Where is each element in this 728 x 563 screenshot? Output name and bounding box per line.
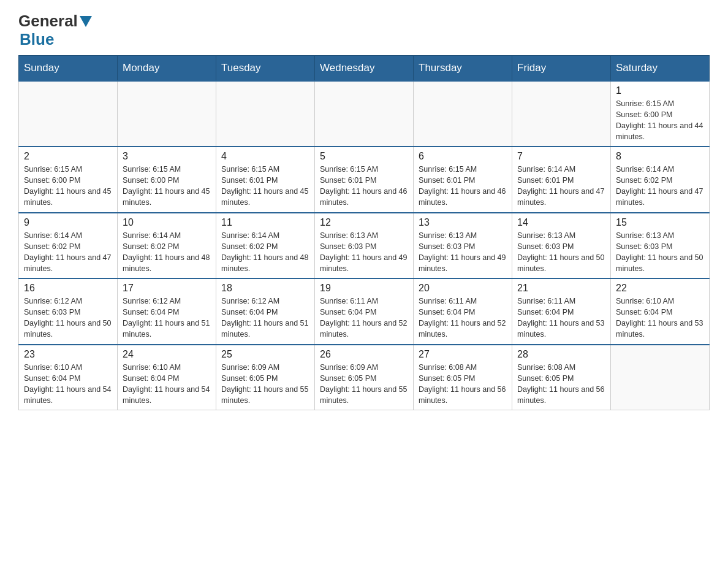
calendar-cell: 20Sunrise: 6:11 AM Sunset: 6:04 PM Dayli… <box>414 278 512 345</box>
day-number: 28 <box>517 349 605 360</box>
header-day-thursday: Thursday <box>414 55 512 81</box>
calendar-cell: 22Sunrise: 6:10 AM Sunset: 6:04 PM Dayli… <box>611 278 710 345</box>
day-number: 10 <box>123 217 211 228</box>
day-number: 16 <box>24 283 112 294</box>
calendar-cell <box>118 81 216 147</box>
day-info: Sunrise: 6:11 AM Sunset: 6:04 PM Dayligh… <box>320 296 408 340</box>
day-number: 13 <box>419 217 507 228</box>
calendar-cell: 14Sunrise: 6:13 AM Sunset: 6:03 PM Dayli… <box>512 213 611 279</box>
calendar-cell: 24Sunrise: 6:10 AM Sunset: 6:04 PM Dayli… <box>118 345 216 410</box>
calendar-cell: 13Sunrise: 6:13 AM Sunset: 6:03 PM Dayli… <box>414 213 512 279</box>
day-number: 8 <box>616 151 704 162</box>
calendar-cell <box>414 81 512 147</box>
day-number: 27 <box>419 349 507 360</box>
day-info: Sunrise: 6:15 AM Sunset: 6:00 PM Dayligh… <box>616 98 704 143</box>
day-info: Sunrise: 6:14 AM Sunset: 6:02 PM Dayligh… <box>123 230 211 275</box>
day-info: Sunrise: 6:12 AM Sunset: 6:03 PM Dayligh… <box>24 296 112 340</box>
page-header: General Blue <box>18 12 710 49</box>
day-info: Sunrise: 6:13 AM Sunset: 6:03 PM Dayligh… <box>419 230 507 275</box>
calendar-cell: 8Sunrise: 6:14 AM Sunset: 6:02 PM Daylig… <box>611 147 710 213</box>
day-number: 9 <box>24 217 112 228</box>
calendar-cell: 9Sunrise: 6:14 AM Sunset: 6:02 PM Daylig… <box>19 213 118 279</box>
day-number: 6 <box>419 151 507 162</box>
calendar-cell: 1Sunrise: 6:15 AM Sunset: 6:00 PM Daylig… <box>611 81 710 147</box>
day-info: Sunrise: 6:14 AM Sunset: 6:02 PM Dayligh… <box>616 164 704 209</box>
calendar-cell: 10Sunrise: 6:14 AM Sunset: 6:02 PM Dayli… <box>118 213 216 279</box>
day-number: 1 <box>616 85 704 96</box>
calendar-cell <box>512 81 611 147</box>
week-row-0: 1Sunrise: 6:15 AM Sunset: 6:00 PM Daylig… <box>19 81 710 147</box>
calendar-cell: 3Sunrise: 6:15 AM Sunset: 6:00 PM Daylig… <box>118 147 216 213</box>
header-day-tuesday: Tuesday <box>216 55 315 81</box>
calendar-cell: 2Sunrise: 6:15 AM Sunset: 6:00 PM Daylig… <box>19 147 118 213</box>
day-number: 17 <box>123 283 211 294</box>
calendar-cell: 6Sunrise: 6:15 AM Sunset: 6:01 PM Daylig… <box>414 147 512 213</box>
day-number: 24 <box>123 349 211 360</box>
week-row-3: 16Sunrise: 6:12 AM Sunset: 6:03 PM Dayli… <box>19 278 710 345</box>
week-row-2: 9Sunrise: 6:14 AM Sunset: 6:02 PM Daylig… <box>19 213 710 279</box>
calendar-cell: 18Sunrise: 6:12 AM Sunset: 6:04 PM Dayli… <box>216 278 315 345</box>
day-number: 26 <box>320 349 408 360</box>
day-number: 25 <box>221 349 309 360</box>
day-info: Sunrise: 6:15 AM Sunset: 6:01 PM Dayligh… <box>320 164 408 209</box>
header-day-sunday: Sunday <box>19 55 118 81</box>
day-number: 11 <box>221 217 309 228</box>
day-info: Sunrise: 6:11 AM Sunset: 6:04 PM Dayligh… <box>517 296 605 340</box>
header-day-saturday: Saturday <box>611 55 710 81</box>
header-row: SundayMondayTuesdayWednesdayThursdayFrid… <box>19 55 710 81</box>
calendar-cell: 21Sunrise: 6:11 AM Sunset: 6:04 PM Dayli… <box>512 278 611 345</box>
day-number: 15 <box>616 217 704 228</box>
day-info: Sunrise: 6:12 AM Sunset: 6:04 PM Dayligh… <box>221 296 309 340</box>
day-number: 2 <box>24 151 112 162</box>
header-day-monday: Monday <box>118 55 216 81</box>
week-row-4: 23Sunrise: 6:10 AM Sunset: 6:04 PM Dayli… <box>19 345 710 410</box>
day-info: Sunrise: 6:10 AM Sunset: 6:04 PM Dayligh… <box>24 362 112 407</box>
day-number: 18 <box>221 283 309 294</box>
calendar-header: SundayMondayTuesdayWednesdayThursdayFrid… <box>19 55 710 81</box>
day-number: 23 <box>24 349 112 360</box>
day-number: 22 <box>616 283 704 294</box>
calendar-cell: 26Sunrise: 6:09 AM Sunset: 6:05 PM Dayli… <box>315 345 414 410</box>
logo-area: General Blue <box>18 12 94 49</box>
day-info: Sunrise: 6:12 AM Sunset: 6:04 PM Dayligh… <box>123 296 211 340</box>
calendar-cell: 11Sunrise: 6:14 AM Sunset: 6:02 PM Dayli… <box>216 213 315 279</box>
day-info: Sunrise: 6:15 AM Sunset: 6:00 PM Dayligh… <box>24 164 112 209</box>
day-number: 3 <box>123 151 211 162</box>
day-number: 21 <box>517 283 605 294</box>
day-info: Sunrise: 6:14 AM Sunset: 6:02 PM Dayligh… <box>221 230 309 275</box>
day-info: Sunrise: 6:09 AM Sunset: 6:05 PM Dayligh… <box>221 362 309 407</box>
header-day-wednesday: Wednesday <box>315 55 414 81</box>
day-info: Sunrise: 6:13 AM Sunset: 6:03 PM Dayligh… <box>517 230 605 275</box>
calendar-cell <box>611 345 710 410</box>
calendar-cell: 4Sunrise: 6:15 AM Sunset: 6:01 PM Daylig… <box>216 147 315 213</box>
day-number: 7 <box>517 151 605 162</box>
day-number: 19 <box>320 283 408 294</box>
calendar-cell: 5Sunrise: 6:15 AM Sunset: 6:01 PM Daylig… <box>315 147 414 213</box>
day-info: Sunrise: 6:15 AM Sunset: 6:01 PM Dayligh… <box>419 164 507 209</box>
calendar-cell: 17Sunrise: 6:12 AM Sunset: 6:04 PM Dayli… <box>118 278 216 345</box>
day-info: Sunrise: 6:14 AM Sunset: 6:02 PM Dayligh… <box>24 230 112 275</box>
header-day-friday: Friday <box>512 55 611 81</box>
logo-general-text: General <box>18 12 78 30</box>
day-info: Sunrise: 6:08 AM Sunset: 6:05 PM Dayligh… <box>419 362 507 407</box>
day-number: 20 <box>419 283 507 294</box>
day-info: Sunrise: 6:10 AM Sunset: 6:04 PM Dayligh… <box>123 362 211 407</box>
week-row-1: 2Sunrise: 6:15 AM Sunset: 6:00 PM Daylig… <box>19 147 710 213</box>
day-number: 4 <box>221 151 309 162</box>
calendar-cell: 25Sunrise: 6:09 AM Sunset: 6:05 PM Dayli… <box>216 345 315 410</box>
calendar-cell: 15Sunrise: 6:13 AM Sunset: 6:03 PM Dayli… <box>611 213 710 279</box>
logo-triangle-icon <box>80 16 92 27</box>
day-number: 5 <box>320 151 408 162</box>
day-info: Sunrise: 6:11 AM Sunset: 6:04 PM Dayligh… <box>419 296 507 340</box>
calendar-cell <box>19 81 118 147</box>
day-number: 14 <box>517 217 605 228</box>
day-info: Sunrise: 6:13 AM Sunset: 6:03 PM Dayligh… <box>320 230 408 275</box>
day-number: 12 <box>320 217 408 228</box>
calendar-cell: 28Sunrise: 6:08 AM Sunset: 6:05 PM Dayli… <box>512 345 611 410</box>
calendar-cell <box>315 81 414 147</box>
day-info: Sunrise: 6:09 AM Sunset: 6:05 PM Dayligh… <box>320 362 408 407</box>
calendar-cell: 27Sunrise: 6:08 AM Sunset: 6:05 PM Dayli… <box>414 345 512 410</box>
calendar-cell: 12Sunrise: 6:13 AM Sunset: 6:03 PM Dayli… <box>315 213 414 279</box>
logo-blue-text: Blue <box>20 30 54 48</box>
calendar-cell: 16Sunrise: 6:12 AM Sunset: 6:03 PM Dayli… <box>19 278 118 345</box>
